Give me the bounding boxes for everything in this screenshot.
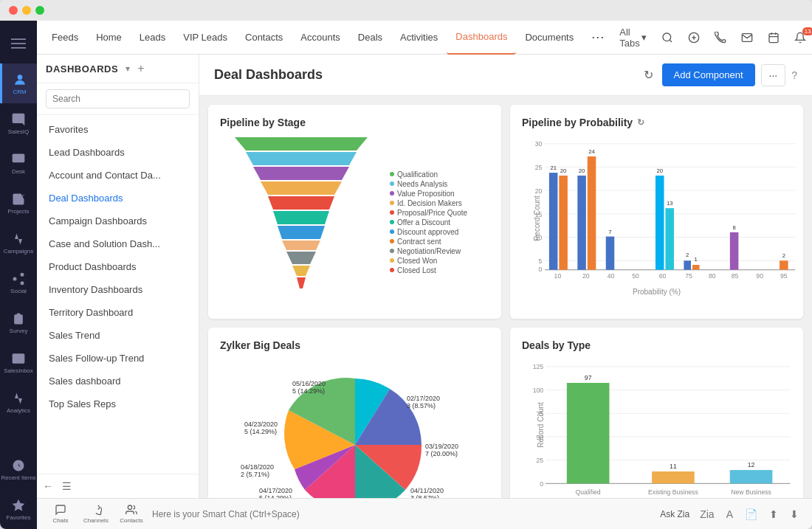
add-button[interactable]: [682, 29, 706, 46]
nav-dashboards[interactable]: Dashboards: [447, 21, 516, 55]
bottom-icon-3[interactable]: 📄: [740, 505, 762, 523]
svg-text:02/17/2020: 02/17/2020: [407, 395, 440, 402]
ask-zia-label: Ask Zia: [660, 509, 689, 519]
menu-campaign-dashboards[interactable]: Campaign Dashboards: [37, 210, 199, 232]
svg-text:New Business: New Business: [731, 488, 771, 496]
svg-marker-22: [246, 152, 357, 165]
nav-feeds[interactable]: Feeds: [43, 21, 87, 55]
refresh-button[interactable]: ↻: [641, 65, 656, 85]
panel-add-icon[interactable]: +: [137, 62, 144, 75]
menu-product-dashboards[interactable]: Product Dashboards: [37, 255, 199, 278]
menu-inventory-dashboards[interactable]: Inventory Dashboards: [37, 278, 199, 301]
more-options-button[interactable]: ···: [761, 64, 786, 86]
legend-proposal-price: Proposal/Price Quote: [390, 209, 467, 217]
svg-text:60: 60: [659, 272, 667, 280]
svg-text:Existing Business: Existing Business: [648, 488, 698, 496]
bottom-icon-2[interactable]: A: [722, 505, 737, 523]
mail-button[interactable]: [735, 29, 759, 46]
left-panel: DASHBOARDS ▾ + Favorites Lead Dashboards…: [37, 55, 199, 498]
phone-button[interactable]: [709, 29, 732, 46]
nav-vip-leads[interactable]: VIP Leads: [174, 21, 236, 55]
zylker-big-deals-card: Zylker Big Deals: [208, 328, 501, 498]
sidebar-item-social[interactable]: Social: [0, 263, 37, 302]
add-component-button[interactable]: Add Component: [662, 63, 755, 86]
close-button[interactable]: [9, 6, 18, 15]
nav-home[interactable]: Home: [87, 21, 131, 55]
channels-icon[interactable]: Channels: [81, 499, 111, 530]
sidebar-item-recent[interactable]: Recent Items: [0, 449, 37, 489]
search-input[interactable]: [46, 89, 190, 108]
help-button[interactable]: ?: [791, 69, 797, 81]
svg-text:0: 0: [540, 480, 543, 488]
prob-chart-svg: 30 25 20 15 10 5 0: [529, 137, 799, 285]
svg-marker-28: [282, 241, 320, 250]
prob-chart-wrapper: Record Count 30 25 20 15 10 5 0: [522, 137, 791, 300]
svg-text:20: 20: [579, 167, 585, 174]
titlebar: [0, 0, 812, 21]
menu-lead-dashboards[interactable]: Lead Dashboards: [37, 141, 199, 164]
sidebar-item-campaigns[interactable]: Campaigns: [0, 223, 37, 263]
notification-button[interactable]: 13: [788, 29, 812, 46]
sidebar-item-salesiq[interactable]: SalesIQ: [0, 103, 37, 143]
sidebar-item-desk[interactable]: Desk: [0, 143, 37, 183]
svg-text:75: 75: [685, 272, 692, 280]
sidebar-item-survey[interactable]: Survey: [0, 302, 37, 342]
pipeline-by-probability-card: Pipeline by Probability ↻ Record Count 3…: [510, 105, 803, 319]
menu-case-solution[interactable]: Case and Solution Dash...: [37, 232, 199, 255]
menu-sales-trend[interactable]: Sales Trend: [37, 324, 199, 347]
svg-rect-4: [13, 153, 25, 162]
svg-marker-29: [286, 252, 316, 264]
minimize-button[interactable]: [22, 6, 31, 15]
all-tabs-dropdown[interactable]: All Tabs ▾: [613, 24, 652, 52]
pipeline-by-stage-card: Pipeline by Stage: [208, 105, 501, 319]
nav-contacts[interactable]: Contacts: [236, 21, 292, 55]
menu-account-contact[interactable]: Account and Contact Da...: [37, 164, 199, 187]
sidebar-item-crm[interactable]: CRM: [0, 63, 37, 103]
svg-text:5 (14.29%): 5 (14.29%): [244, 428, 277, 435]
svg-text:20: 20: [582, 272, 590, 280]
nav-more-dots[interactable]: ···: [582, 21, 613, 55]
sidebar-item-favorites[interactable]: Favorites: [0, 489, 37, 529]
bottom-icon-1[interactable]: Zia: [695, 505, 718, 523]
menu-territory-dashboard[interactable]: Territory Dashboard: [37, 301, 199, 324]
svg-text:3 (8.57%): 3 (8.57%): [407, 402, 436, 409]
nav-leads[interactable]: Leads: [131, 21, 174, 55]
calendar-button[interactable]: [762, 29, 785, 46]
bottom-icon-5[interactable]: ⬇: [785, 505, 803, 523]
menu-top-sales-reps[interactable]: Top Sales Reps: [37, 393, 199, 415]
sidebar-item-analytics[interactable]: Analytics: [0, 382, 37, 422]
sidebar-item-projects[interactable]: Projects: [0, 183, 37, 223]
left-bottom-icon-1[interactable]: ←: [43, 480, 53, 492]
left-bottom-icon-2[interactable]: ☰: [62, 480, 72, 492]
svg-text:21: 21: [550, 165, 557, 171]
svg-text:04/11/2020: 04/11/2020: [410, 487, 444, 494]
svg-text:1: 1: [695, 256, 698, 263]
legend-value-proposition: Value Proposition: [390, 190, 467, 198]
left-panel-title: DASHBOARDS: [46, 63, 118, 75]
panel-dropdown-icon[interactable]: ▾: [125, 63, 130, 74]
sidebar-item-salesinbox[interactable]: SalesInbox: [0, 342, 37, 382]
nav-activities[interactable]: Activities: [391, 21, 447, 55]
svg-text:2: 2: [782, 252, 785, 259]
nav-accounts[interactable]: Accounts: [292, 21, 348, 55]
smart-chat-input[interactable]: [152, 509, 654, 519]
svg-marker-30: [292, 266, 310, 276]
menu-favorites[interactable]: Favorites: [37, 118, 199, 141]
svg-text:100: 100: [533, 387, 544, 394]
contacts-icon[interactable]: Contacts: [117, 499, 146, 530]
search-button[interactable]: [656, 29, 679, 46]
menu-sales-dashboard[interactable]: Sales dashboard: [37, 370, 199, 393]
chats-icon[interactable]: Chats: [46, 499, 75, 530]
nav-documents[interactable]: Documents: [516, 21, 582, 55]
hamburger-menu[interactable]: [0, 24, 37, 63]
maximize-button[interactable]: [35, 6, 44, 15]
nav-deals[interactable]: Deals: [349, 21, 391, 55]
funnel-svg: [220, 137, 382, 307]
menu-sales-followup[interactable]: Sales Follow-up Trend: [37, 347, 199, 370]
svg-text:95: 95: [780, 272, 788, 280]
svg-text:3 (8.57%): 3 (8.57%): [410, 494, 439, 498]
bottom-icon-4[interactable]: ⬆: [765, 505, 782, 523]
svg-text:03/19/2020: 03/19/2020: [425, 443, 458, 450]
menu-deal-dashboards[interactable]: Deal Dashboards: [37, 187, 199, 210]
prob-refresh-icon[interactable]: ↻: [637, 117, 644, 128]
